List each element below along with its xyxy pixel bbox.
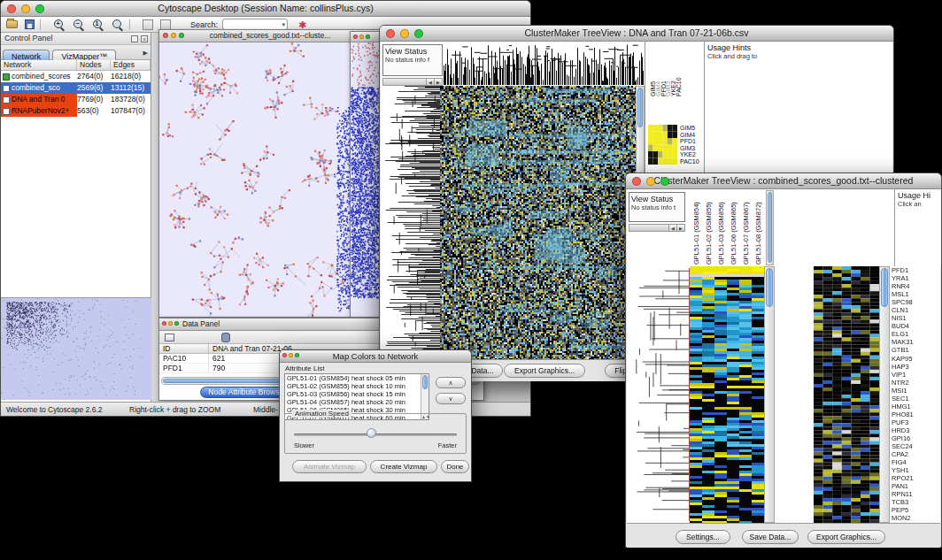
attribute-list-item[interactable]: GPL51-03 (GSM856) heat shock 15 min	[285, 390, 429, 398]
gene-label[interactable]: HAP3	[892, 363, 940, 371]
zoom-fit-icon[interactable]	[112, 19, 124, 31]
correlation-matrix-canvas[interactable]	[648, 125, 677, 165]
network-graph-canvas-2[interactable]	[351, 42, 381, 317]
vizmapper-icon[interactable]	[160, 19, 171, 30]
create-vizmap-button[interactable]: Create Vizmap	[370, 460, 437, 473]
save-data-button[interactable]: Save Data...	[742, 530, 799, 544]
gene-label[interactable]: RNR4	[892, 282, 940, 290]
network-overview-canvas[interactable]	[1, 298, 150, 399]
zoom-button[interactable]	[660, 177, 669, 186]
row-dendrogram-canvas[interactable]	[382, 86, 440, 359]
gene-label[interactable]: MSI1	[892, 387, 940, 395]
zoom-button[interactable]	[414, 29, 423, 38]
gene-label[interactable]: PEP5	[892, 506, 940, 514]
gene-label[interactable]: GTB1	[892, 346, 940, 354]
gene-label[interactable]: KAP95	[892, 355, 940, 363]
gene-label[interactable]: HMG1	[892, 403, 940, 410]
scrollbar-thumb[interactable]	[766, 268, 773, 307]
slider-thumb[interactable]	[367, 428, 376, 438]
frame-zoom-button[interactable]	[366, 35, 370, 39]
minimize-button[interactable]	[400, 29, 409, 38]
export-graphics-button[interactable]: Export Graphics...	[807, 530, 885, 544]
network-list-row[interactable]: combined_scores2764(0)16218(0)	[1, 71, 151, 82]
scroll-right-icon[interactable]: ▶	[434, 79, 442, 85]
frame-minimize-button[interactable]	[171, 33, 176, 38]
gene-label[interactable]: MON2	[892, 514, 940, 522]
done-button[interactable]: Done	[441, 460, 469, 473]
open-session-icon[interactable]	[6, 20, 18, 28]
gene-label[interactable]: HRD3	[892, 426, 940, 434]
zoom-in-icon[interactable]: +	[53, 19, 66, 31]
gene-label[interactable]: SEC1	[892, 395, 940, 403]
close-button[interactable]	[282, 353, 287, 357]
frame-minimize-button[interactable]	[168, 321, 173, 326]
gene-label[interactable]: NIS1	[892, 314, 940, 322]
gene-label[interactable]: BUD4	[892, 322, 940, 330]
gene-label[interactable]: CPA2	[892, 450, 940, 458]
gene-label[interactable]: RPN11	[892, 490, 940, 498]
close-icon[interactable]: ×	[141, 35, 148, 42]
gene-label[interactable]: PHO81	[892, 410, 940, 418]
frame-close-button[interactable]	[163, 33, 168, 38]
gene-label[interactable]: FIG4	[892, 458, 940, 466]
gene-label[interactable]: RPO21	[892, 474, 940, 482]
gene-label[interactable]: SEC24	[892, 442, 940, 450]
gene-label[interactable]: SPC98	[892, 298, 940, 306]
network-list-row[interactable]: RNAPuberNov2+563(0)107847(0)	[1, 105, 151, 117]
network-list-row[interactable]: combined_sco2569(6)13112(15)	[1, 82, 151, 94]
scroll-left-icon[interactable]: ◀	[668, 225, 676, 231]
minimize-button[interactable]	[21, 4, 30, 13]
gene-label[interactable]: TCB3	[892, 498, 940, 506]
heatmap-canvas[interactable]	[690, 266, 764, 523]
database-icon[interactable]	[221, 333, 230, 342]
column-header-edges[interactable]: Edges	[111, 60, 151, 70]
attribute-list-item[interactable]: GPL51-01 (GSM854) heat shock 05 min	[285, 374, 429, 382]
top-vertical-scrollbar[interactable]	[766, 190, 774, 265]
vertical-scrollbar[interactable]	[764, 266, 775, 523]
move-up-button[interactable]: ∧	[436, 377, 466, 388]
gene-label[interactable]: ELG1	[892, 330, 940, 338]
scrollbar-thumb[interactable]	[881, 268, 888, 307]
network-list-row[interactable]: DNA and Tran 07769(0)183728(0)	[1, 94, 151, 105]
frame-zoom-button[interactable]	[174, 321, 179, 326]
column-header-id[interactable]: ID	[159, 344, 209, 353]
frame-minimize-button[interactable]	[359, 35, 364, 39]
float-icon[interactable]	[131, 35, 138, 42]
zoom-button[interactable]	[35, 4, 44, 13]
gene-label[interactable]: YSH1	[892, 466, 940, 474]
heatmap-canvas[interactable]	[440, 86, 636, 359]
close-button[interactable]	[7, 4, 16, 13]
attribute-table-icon[interactable]	[165, 334, 174, 341]
gene-label[interactable]: VIP1	[892, 371, 940, 379]
save-session-icon[interactable]	[25, 19, 35, 29]
gene-label[interactable]: MSL1	[892, 290, 940, 298]
gene-label[interactable]: MAK31	[892, 338, 940, 346]
gene-label[interactable]: PAN1	[892, 482, 940, 490]
animate-vizmap-button[interactable]: Animate Vizmap	[292, 460, 367, 473]
gene-label[interactable]: PUF3	[892, 418, 940, 426]
scroll-left-icon[interactable]: ◀	[426, 79, 434, 85]
zoom-actual-icon[interactable]: 1	[92, 19, 104, 31]
row-dendrogram-canvas[interactable]	[628, 266, 690, 523]
attribute-list-item[interactable]: GPL51-04 (GSM857) heat shock 20 min	[285, 398, 429, 406]
column-header-nodes[interactable]: Nodes	[77, 60, 111, 70]
gene-label[interactable]: GPI16	[892, 434, 940, 442]
gene-label[interactable]: NTR2	[892, 379, 940, 387]
gene-label[interactable]: PFD1	[892, 266, 940, 274]
tab-overflow-arrow[interactable]: ▶	[143, 50, 148, 57]
mini-scrollbar[interactable]: ◀▶	[629, 224, 685, 232]
frame-close-button[interactable]	[353, 35, 358, 39]
scrollbar-thumb[interactable]	[637, 88, 643, 127]
secondary-vertical-scrollbar[interactable]	[879, 266, 890, 523]
zoom-out-icon[interactable]: −	[73, 19, 85, 31]
settings-button[interactable]: Settings...	[676, 530, 730, 544]
mini-scrollbar[interactable]: ◀▶	[382, 78, 443, 86]
frame-close-button[interactable]	[162, 321, 166, 326]
minimize-button[interactable]	[646, 177, 655, 186]
column-dendrogram-canvas[interactable]	[444, 42, 645, 85]
annotation-icon[interactable]	[143, 19, 153, 30]
attribute-list-item[interactable]: GPL51-02 (GSM855) heat shock 10 min	[285, 382, 429, 390]
secondary-heatmap-canvas[interactable]	[814, 266, 879, 523]
scrollbar-thumb[interactable]	[768, 192, 772, 263]
scroll-right-icon[interactable]: ▶	[676, 225, 684, 231]
